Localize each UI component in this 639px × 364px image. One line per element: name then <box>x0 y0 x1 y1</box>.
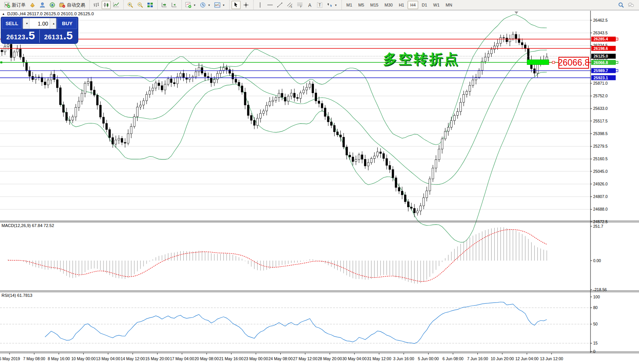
svg-text:15: 15 <box>593 341 598 345</box>
sell-button[interactable]: SELL <box>2 18 22 29</box>
text-label-button[interactable]: T <box>315 1 324 9</box>
svg-text:25160.5: 25160.5 <box>593 156 608 161</box>
fibonacci-button[interactable]: F <box>295 1 304 9</box>
crosshair-icon <box>243 2 249 8</box>
cursor-button[interactable] <box>231 1 241 9</box>
svg-text:25398.5: 25398.5 <box>593 131 608 136</box>
ohlc-text: DJ30-,H4 26117.0 26125.0 26101.0 26125.0 <box>7 11 94 16</box>
tf-m30-button[interactable]: M30 <box>382 1 395 9</box>
svg-text:26198.6: 26198.6 <box>594 46 608 51</box>
svg-text:15 May 20:00: 15 May 20:00 <box>145 356 170 361</box>
chart-shift-button[interactable] <box>170 1 179 9</box>
volume-increase-button[interactable]: ▲ <box>50 18 56 29</box>
arrows-button[interactable]: ▼ <box>325 1 339 9</box>
toolbar-group: 新订单自动交易 <box>1 0 89 10</box>
tf-m15-button[interactable]: M15 <box>367 1 381 9</box>
templates-button[interactable]: ▼ <box>213 1 226 9</box>
toolbar-group <box>229 0 252 10</box>
line-chart-icon <box>113 2 119 8</box>
indicators-button[interactable]: ▼ <box>184 1 197 9</box>
zoom-out-icon <box>137 2 143 8</box>
tf-m5-button[interactable]: M5 <box>356 1 367 9</box>
auto-scroll-button[interactable] <box>160 1 169 9</box>
svg-text:24572.5: 24572.5 <box>593 219 608 224</box>
line-chart-button[interactable] <box>112 1 121 9</box>
volume-input[interactable] <box>29 18 50 29</box>
zoom-in-icon <box>127 2 133 8</box>
sell-price[interactable]: 26123 .5 <box>2 30 39 43</box>
tf-h4-button[interactable]: H4 <box>408 1 418 9</box>
svg-text:7 Jun 16:00: 7 Jun 16:00 <box>467 356 488 361</box>
tf-d1-button[interactable]: D1 <box>419 1 430 9</box>
search-icon <box>618 2 624 8</box>
autotrading-button[interactable]: 自动交易 <box>58 1 87 9</box>
search-button[interactable] <box>616 1 626 9</box>
horizontal-line-button[interactable] <box>265 1 275 9</box>
broadcast-button[interactable] <box>48 1 57 9</box>
vertical-line-button[interactable] <box>256 1 265 9</box>
fibonacci-icon: F <box>297 2 303 8</box>
user-icon <box>39 2 45 8</box>
svg-text:3 Jun 16:00: 3 Jun 16:00 <box>393 356 414 361</box>
svg-text:25989.7: 25989.7 <box>594 68 608 73</box>
text-button[interactable]: A <box>305 1 314 9</box>
svg-text:17 May 04:00: 17 May 04:00 <box>170 356 194 361</box>
equidistant-channel-button[interactable]: E <box>285 1 294 9</box>
toolbar-group <box>123 0 157 10</box>
svg-text:25633.0: 25633.0 <box>593 106 608 111</box>
new-order-button[interactable]: 新订单 <box>3 1 27 9</box>
tf-m1-button[interactable]: M1 <box>344 1 355 9</box>
crosshair-button[interactable] <box>241 1 251 9</box>
zoom-out-button[interactable] <box>136 1 145 9</box>
letter-a-icon: A <box>307 2 313 8</box>
chat-button[interactable] <box>626 1 636 9</box>
chat-icon <box>628 2 634 8</box>
svg-text:100: 100 <box>593 295 600 299</box>
svg-text:25752.0: 25752.0 <box>593 93 608 98</box>
svg-text:7 May 08:00: 7 May 08:00 <box>23 356 45 361</box>
svg-text:24926.0: 24926.0 <box>593 182 608 186</box>
svg-text:24807.0: 24807.0 <box>593 194 608 199</box>
tile-windows-button[interactable] <box>146 1 155 9</box>
button-label: H4 <box>410 3 416 7</box>
tf-w1-button[interactable]: W1 <box>430 1 442 9</box>
one-click-trading-panel: SELL ▼ ▲ BUY 26123 .5 26131 .5 <box>1 17 78 43</box>
price-callout-box[interactable]: 26066.8 <box>558 57 589 69</box>
tf-mn-button[interactable]: MN <box>443 1 455 9</box>
buy-button[interactable]: BUY <box>57 18 77 29</box>
bar-chart-button[interactable] <box>92 1 101 9</box>
metaeditor-button[interactable] <box>28 1 37 9</box>
profile-button[interactable] <box>38 1 47 9</box>
svg-text:-218.56: -218.56 <box>593 287 607 292</box>
svg-text:25045.0: 25045.0 <box>593 169 608 174</box>
svg-text:26125.0: 26125.0 <box>594 54 608 58</box>
volume-decrease-button[interactable]: ▼ <box>23 18 29 29</box>
new-order-icon <box>4 2 10 8</box>
trendline-button[interactable] <box>275 1 285 9</box>
periods-button[interactable]: ▼ <box>198 1 212 9</box>
svg-text:26462.5: 26462.5 <box>593 18 608 23</box>
svg-text:25871.0: 25871.0 <box>593 81 608 85</box>
svg-text:26066.8: 26066.8 <box>594 60 608 65</box>
svg-text:26343.5: 26343.5 <box>593 31 608 35</box>
panel-collapse-icon[interactable]: ▲ <box>2 12 5 16</box>
svg-text:30 May 04:00: 30 May 04:00 <box>342 356 367 361</box>
candlestick-button[interactable] <box>102 1 111 9</box>
template-icon <box>214 2 220 8</box>
text-t-icon: T <box>317 2 323 8</box>
arrows-icon <box>327 2 333 8</box>
buy-price[interactable]: 26131 .5 <box>40 30 77 43</box>
svg-text:25517.5: 25517.5 <box>593 119 608 123</box>
svg-text:13 May 04:00: 13 May 04:00 <box>96 356 120 361</box>
gold-gem-icon <box>29 2 36 8</box>
tf-h1-button[interactable]: H1 <box>396 1 407 9</box>
svg-text:24688.0: 24688.0 <box>593 207 608 211</box>
zoom-in-button[interactable] <box>126 1 135 9</box>
chart-canvas[interactable]: 26462.526343.526224.526105.525986.525871… <box>0 11 639 364</box>
volume-stepper: ▼ ▲ <box>23 18 57 29</box>
bar-chart-icon <box>93 2 99 8</box>
macd-indicator-label: MACD(12,26,9) 67.84 72.52 <box>2 223 54 228</box>
button-label: M5 <box>358 3 364 7</box>
cursor-icon <box>233 2 239 8</box>
chevron-down-icon: ▼ <box>208 4 210 6</box>
